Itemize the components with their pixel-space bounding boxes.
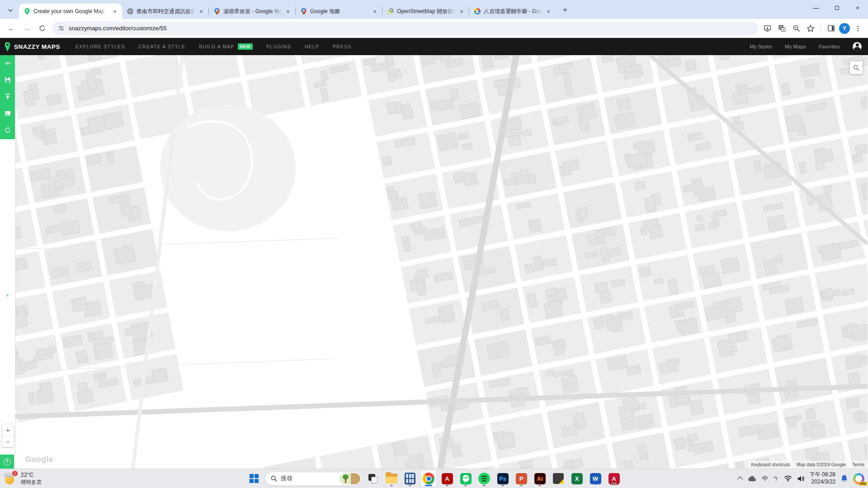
browser-menu-icon[interactable] [852, 22, 864, 35]
ime-language-indicator[interactable]: 中 [762, 474, 768, 483]
bookmark-star-icon[interactable] [804, 22, 817, 35]
image-icon[interactable] [4, 110, 11, 117]
google-g-icon [474, 8, 481, 15]
taskbar-app-file-explorer[interactable] [384, 470, 399, 487]
minimize-button[interactable]: — [806, 0, 826, 15]
refresh-icon[interactable] [4, 127, 11, 134]
taskbar-app-acrobat[interactable]: A [439, 470, 455, 487]
new-tab-button[interactable]: + [559, 4, 571, 16]
taskbar-app-photoshop[interactable]: Ps [495, 470, 510, 487]
tab-snazzy-maps[interactable]: Create your own Google Map × [19, 4, 122, 19]
nav-my-maps[interactable]: My Maps [785, 44, 806, 49]
hidden-icons-chevron-icon[interactable] [739, 477, 743, 481]
tab-title: Create your own Google Map [33, 8, 108, 14]
tab-openstreetmap[interactable]: OpenStreetMap 開放街圖 × [382, 4, 469, 19]
tab-title: 臺南市即時交通資訊服務網 [137, 8, 195, 15]
google-maps-pin-icon [213, 8, 221, 15]
taskbar-clock[interactable]: 下午 08:28 2024/3/22 [810, 471, 835, 485]
account-icon[interactable] [853, 42, 862, 51]
editor-content: </> › + − ? Google [0, 55, 868, 469]
taskbar-app-excel[interactable]: X [569, 470, 585, 487]
snazzy-maps-header: SNAZZY MAPS EXPLORE STYLES CREATE A STYL… [0, 38, 868, 55]
start-button[interactable] [246, 470, 262, 487]
nav-build-a-map[interactable]: BUILD A MAP NEW [199, 43, 253, 50]
zoom-out-button[interactable]: − [2, 436, 14, 447]
nav-press[interactable]: PRESS [333, 44, 352, 49]
code-icon[interactable]: </> [4, 60, 11, 67]
tab-close-icon[interactable]: × [545, 8, 552, 15]
nav-build-a-map-label: BUILD A MAP [199, 44, 235, 49]
snazzy-pin-icon [24, 8, 31, 15]
taskbar-app-powerpoint[interactable]: P [514, 470, 529, 487]
taskbar-app-task-view[interactable] [365, 470, 381, 487]
ime-mode-indicator[interactable]: ㄅ [773, 474, 778, 483]
onedrive-cloud-icon[interactable] [748, 475, 757, 482]
taskbar-app-line[interactable]: LINE [458, 470, 473, 487]
address-bar[interactable]: snazzymaps.com/editor/customize/55 [52, 22, 758, 35]
map-zoom-control: + − [2, 424, 14, 447]
clock-time: 下午 08:28 [810, 471, 835, 479]
tab-close-icon[interactable]: × [371, 8, 378, 15]
upload-icon[interactable] [4, 93, 11, 100]
tab-google-maps[interactable]: Google 地圖 × [296, 4, 382, 19]
weather-condition: 晴時多雲 [21, 479, 42, 485]
sidebar-expand-chevron-icon[interactable]: › [0, 291, 15, 298]
taskbar-app-notes[interactable] [551, 470, 566, 487]
zoom-in-button[interactable]: + [2, 424, 14, 436]
tab-close-icon[interactable]: × [111, 8, 118, 15]
svg-text:A: A [782, 28, 784, 32]
terms-link[interactable]: Terms [852, 462, 864, 467]
wifi-icon[interactable] [784, 475, 792, 482]
tab-close-icon[interactable]: × [198, 8, 205, 15]
keyboard-shortcuts-link[interactable]: Keyboard shortcuts [751, 462, 790, 467]
map-tiles [15, 55, 868, 469]
reload-button[interactable] [35, 22, 49, 35]
copilot-pre-badge: PRE [859, 482, 867, 486]
save-icon[interactable] [4, 76, 11, 84]
site-settings-icon[interactable] [58, 25, 65, 32]
toolbar-separator [821, 24, 821, 33]
nav-favorites[interactable]: Favorites [819, 44, 840, 49]
zoom-out-page-icon[interactable] [790, 22, 802, 35]
side-panel-icon[interactable] [825, 22, 837, 35]
google-maps-pin-icon [300, 8, 307, 15]
tab-search-chevron-icon[interactable] [4, 4, 17, 17]
taskbar-app-spotify[interactable] [476, 470, 492, 487]
close-button[interactable]: × [847, 0, 868, 15]
copilot-icon[interactable]: PRE [853, 473, 864, 484]
maximize-button[interactable] [826, 0, 847, 15]
window-controls: — × [806, 0, 868, 15]
install-app-icon[interactable] [761, 22, 774, 35]
help-button[interactable]: ? [0, 455, 14, 469]
translate-icon[interactable]: 文A [775, 22, 788, 35]
taskbar-app-word[interactable]: W [588, 470, 603, 487]
snazzy-maps-logo[interactable]: SNAZZY MAPS [5, 42, 60, 52]
tab-google-search[interactable]: 八吉境道署關帝廳 - Google 搜 × [469, 4, 556, 19]
map-canvas[interactable]: Google Keyboard shortcuts Map data ©2024… [15, 55, 868, 469]
taskbar-app-autocad[interactable]: ACAD [606, 470, 622, 487]
tab-tainan-traffic[interactable]: 臺南市即時交通資訊服務網 × [122, 4, 208, 19]
weather-widget[interactable]: 1 22°C 晴時多雲 [4, 472, 42, 485]
taskbar-app-chrome[interactable] [421, 470, 436, 487]
nav-create-a-style[interactable]: CREATE A STYLE [139, 44, 186, 49]
taskbar-center: 搜尋 ALINEPsPAiXWACAD [246, 470, 622, 487]
forward-button[interactable]: → [20, 22, 33, 35]
nav-help[interactable]: HELP [305, 44, 319, 49]
browser-toolbar: ← → snazzymaps.com/editor/customize/55 文… [0, 19, 868, 38]
back-button[interactable]: ← [5, 22, 18, 35]
map-search-button[interactable] [850, 61, 863, 74]
profile-avatar[interactable]: Y [839, 23, 850, 34]
nav-my-styles[interactable]: My Styles [750, 44, 772, 49]
taskbar-app-calculator[interactable] [402, 470, 418, 487]
nav-explore-styles[interactable]: EXPLORE STYLES [75, 44, 125, 49]
tab-close-icon[interactable]: × [284, 8, 292, 15]
tab-title: 八吉境道署關帝廳 - Google 搜 [484, 8, 542, 15]
tab-google-maps-place[interactable]: 湯德章故居 - Google 地圖 × [209, 4, 295, 19]
tab-close-icon[interactable]: × [458, 8, 465, 15]
nav-plugins[interactable]: PLUGINS [266, 44, 291, 49]
taskbar-search[interactable]: 搜尋 [265, 472, 362, 486]
notification-bell-icon[interactable] [840, 474, 848, 483]
search-daily-image [340, 473, 360, 484]
speaker-icon[interactable] [797, 475, 805, 482]
taskbar-app-illustrator[interactable]: Ai [532, 470, 547, 487]
